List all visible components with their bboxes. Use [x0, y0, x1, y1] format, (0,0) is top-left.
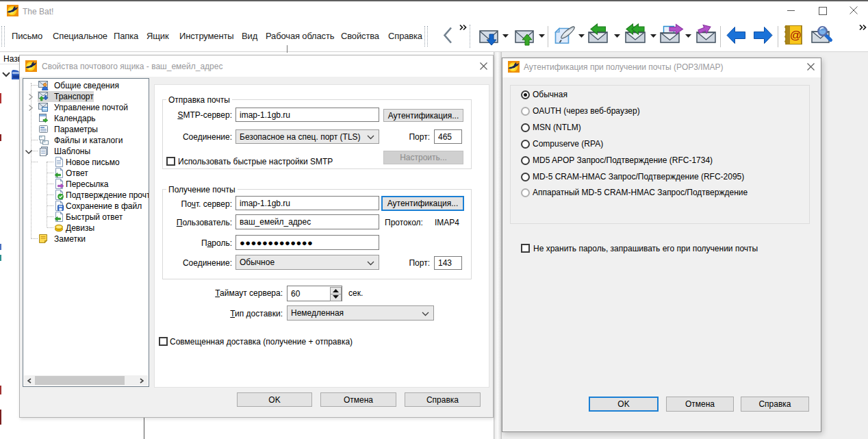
svg-text:@: @: [790, 29, 802, 42]
